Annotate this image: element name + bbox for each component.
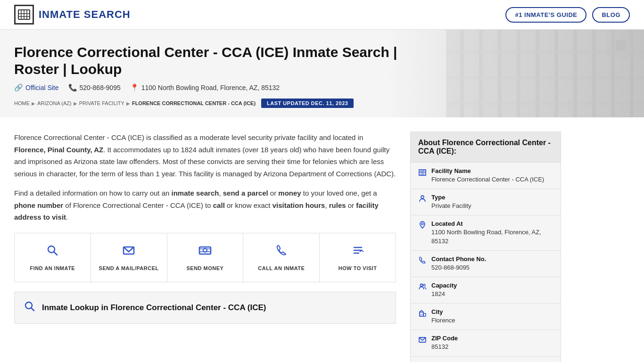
breadcrumb-state[interactable]: ARIZONA (AZ) <box>37 100 72 106</box>
svg-rect-44 <box>423 313 426 316</box>
official-site-meta: 🔗 Official Site <box>14 83 59 92</box>
hero-section: Florence Correctional Center - CCA (ICE)… <box>0 30 644 117</box>
blog-button[interactable]: BLOG <box>592 7 630 23</box>
sidebar-row-state: State Arizona (AZ) <box>411 357 561 362</box>
inmates-guide-button[interactable]: #1 INMATE'S GUIDE <box>505 7 586 23</box>
breadcrumb-type[interactable]: PRIVATE FACILITY <box>79 100 124 106</box>
building-icon <box>418 168 427 179</box>
send-mail-card[interactable]: SEND A MAIL/PARCEL <box>91 233 167 282</box>
lookup-search-icon <box>24 301 35 315</box>
phone-sidebar-icon <box>418 256 427 267</box>
sidebar-facility-name-content: Facility Name Florence Correctional Cent… <box>431 167 544 184</box>
meta-row: 🔗 Official Site 📞 520-868-9095 📍 1100 No… <box>14 83 630 92</box>
sidebar-city-label: City <box>431 308 455 315</box>
sidebar-location-label: Located At <box>431 220 553 227</box>
find-inmate-icon <box>46 244 59 260</box>
description: Florence Correctional Center - CCA (ICE)… <box>14 132 396 223</box>
call-inmate-label: CALL AN INMATE <box>258 265 305 272</box>
find-inmate-card[interactable]: FIND AN INMATE <box>15 233 91 282</box>
sidebar-zip-label: ZIP Code <box>431 335 458 342</box>
sidebar-facility-name-label: Facility Name <box>431 167 544 174</box>
breadcrumb: HOME ▶ ARIZONA (AZ) ▶ PRIVATE FACILITY ▶… <box>14 99 630 108</box>
sidebar: About Florence Correctional Center - CCA… <box>410 132 561 362</box>
send-money-label: SEND MONEY <box>187 265 224 272</box>
sidebar-type-value: Private Facility <box>431 202 471 210</box>
sidebar-facility-name-value: Florence Correctional Center - CCA (ICE) <box>431 175 544 184</box>
main-layout: Florence Correctional Center - CCA (ICE)… <box>0 117 644 362</box>
svg-rect-47 <box>421 314 422 315</box>
header: INMATE SEARCH #1 INMATE'S GUIDE BLOG <box>0 0 644 30</box>
desc-p1-start: Florence Correctional Center - CCA (ICE)… <box>14 133 363 141</box>
desc-p2-mid1: , <box>219 189 223 197</box>
desc-p2-bold7: rules <box>329 201 346 209</box>
desc-p1-bold: Florence, Pinal County, AZ <box>14 146 103 154</box>
hero-phone: 520-868-9095 <box>80 84 121 91</box>
breadcrumb-facility[interactable]: FLORENCE CORRECTIONAL CENTER - CCA (ICE) <box>132 100 256 106</box>
sidebar-row-facility-name: Facility Name Florence Correctional Cent… <box>411 163 561 189</box>
desc-p2-bold3: money <box>278 189 301 197</box>
send-mail-label: SEND A MAIL/PARCEL <box>99 265 159 272</box>
desc-p2-bold6: visitation hours <box>272 201 325 209</box>
sidebar-header: About Florence Correctional Center - CCA… <box>411 132 561 163</box>
call-inmate-card[interactable]: CALL AN INMATE <box>243 233 320 282</box>
desc-p2-bold4: phone number <box>14 201 63 209</box>
sidebar-row-location: Located At 1100 North Bowling Road, Flor… <box>411 215 561 250</box>
link-icon: 🔗 <box>14 83 23 92</box>
svg-line-23 <box>54 252 57 255</box>
last-updated-badge: LAST UPDATED DEC. 11, 2023 <box>261 99 354 108</box>
desc-p2-mid4: of Florence Correctional Center - CCA (I… <box>63 201 213 209</box>
desc-p2-mid2: or <box>268 189 279 197</box>
breadcrumb-sep-3: ▶ <box>126 101 130 106</box>
people-icon <box>418 282 427 293</box>
map-pin-icon: 📍 <box>130 83 139 92</box>
desc-p2-bold2: send a parcel <box>223 189 268 197</box>
svg-point-41 <box>421 284 423 286</box>
how-to-visit-label: HOW TO VISIT <box>339 265 377 272</box>
how-to-visit-icon <box>351 244 364 260</box>
address-meta: 📍 1100 North Bowling Road, Florence, AZ,… <box>130 83 280 92</box>
send-money-card[interactable]: SEND MONEY <box>167 233 244 282</box>
call-inmate-icon <box>275 244 288 260</box>
logo-text: INMATE SEARCH <box>39 8 131 21</box>
how-to-visit-card[interactable]: HOW TO VISIT <box>320 233 396 282</box>
sidebar-capacity-value: 1824 <box>431 290 457 298</box>
hero-content: Florence Correctional Center - CCA (ICE)… <box>14 44 630 108</box>
svg-line-33 <box>31 308 34 311</box>
send-mail-icon <box>122 244 135 260</box>
lookup-title: Inmate Lookup in Florence Correctional C… <box>42 303 266 313</box>
svg-point-42 <box>423 284 425 286</box>
sidebar-row-capacity: Capacity 1824 <box>411 277 561 304</box>
sidebar-card: About Florence Correctional Center - CCA… <box>410 132 561 362</box>
desc-p2-mid7: or <box>346 201 356 209</box>
sidebar-row-zip: ZIP Code 85132 <box>411 330 561 356</box>
sidebar-row-type: Type Private Facility <box>411 189 561 215</box>
logo[interactable]: INMATE SEARCH <box>14 5 131 25</box>
official-site-link[interactable]: Official Site <box>25 84 59 91</box>
svg-point-40 <box>421 223 423 225</box>
description-p2: Find a detailed information on how to ca… <box>14 187 396 223</box>
location-pin-icon <box>418 221 427 231</box>
desc-p2-mid6: , <box>325 201 329 209</box>
sidebar-zip-content: ZIP Code 85132 <box>431 335 458 351</box>
sidebar-capacity-label: Capacity <box>431 282 457 289</box>
sidebar-phone-value: 520-868-9095 <box>431 263 486 272</box>
breadcrumb-sep-1: ▶ <box>32 101 35 106</box>
sidebar-city-content: City Florence <box>431 308 455 325</box>
lookup-box: Inmate Lookup in Florence Correctional C… <box>14 292 396 324</box>
phone-meta: 📞 520-868-9095 <box>68 83 121 92</box>
hero-address: 1100 North Bowling Road, Florence, AZ, 8… <box>141 84 280 91</box>
sidebar-location-value: 1100 North Bowling Road, Florence, AZ, 8… <box>431 228 553 245</box>
sidebar-phone-label: Contact Phone No. <box>431 255 486 263</box>
sidebar-capacity-content: Capacity 1824 <box>431 282 457 298</box>
desc-p2-bold1: inmate search <box>172 189 219 197</box>
find-inmate-label: FIND AN INMATE <box>30 265 75 272</box>
desc-p2-mid5: or know exact <box>225 201 272 209</box>
breadcrumb-home[interactable]: HOME <box>14 100 30 106</box>
sidebar-phone-content: Contact Phone No. 520-868-9095 <box>431 255 486 272</box>
sidebar-zip-value: 85132 <box>431 343 458 351</box>
desc-p2-mid3: to your loved one, get a <box>301 189 377 197</box>
desc-p2-bold5: call <box>213 201 225 209</box>
sidebar-type-label: Type <box>431 194 471 201</box>
action-cards: FIND AN INMATE SEND A MAIL/PARCEL <box>14 233 396 282</box>
city-icon <box>418 309 427 320</box>
